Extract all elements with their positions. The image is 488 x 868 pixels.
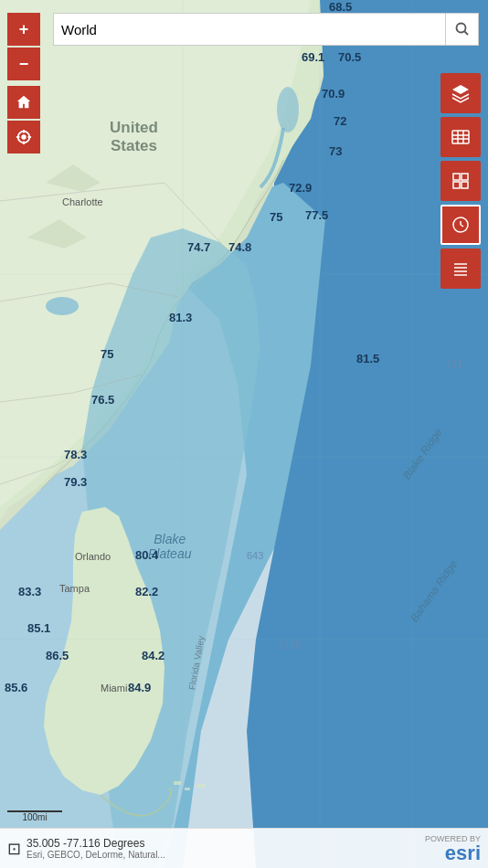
coordinates-text: 35.005 -77.116 Degrees [27,837,165,850]
svg-point-21 [456,24,465,33]
home-button[interactable] [7,86,40,119]
locate-button[interactable] [7,121,40,153]
svg-rect-29 [452,131,469,143]
right-toolbar [440,73,481,289]
scale-label: 100mi [7,812,62,822]
zoom-out-button[interactable]: − [7,48,40,80]
table-button[interactable] [440,117,481,157]
bottom-bar: ⊡ 35.005 -77.116 Degrees Esri, GEBCO, De… [0,828,488,868]
svg-rect-37 [461,182,468,188]
coordinates-info: 35.005 -77.116 Degrees Esri, GEBCO, DeLo… [27,837,165,860]
svg-point-13 [277,87,299,132]
scale-bar: 100mi [7,810,62,822]
svg-rect-11 [185,788,190,790]
clock-button[interactable] [440,205,481,245]
search-input[interactable]: World [53,13,446,46]
esri-logo: POWERED BY esri [425,834,481,863]
svg-rect-36 [453,182,460,188]
layers-button[interactable] [440,73,481,113]
attribution-text: Esri, GEBCO, DeLorme, Natural... [27,850,165,860]
esri-brand-text: esri [445,843,481,863]
coordinates-icon: ⊡ [7,839,21,859]
svg-rect-35 [461,174,468,180]
svg-line-40 [461,225,463,227]
search-bar: World [53,13,479,46]
svg-rect-34 [453,174,460,180]
svg-line-22 [464,32,468,36]
left-toolbar: + − [7,13,40,153]
grid-button[interactable] [440,161,481,201]
svg-point-24 [22,135,26,139]
svg-point-14 [46,297,79,315]
zoom-in-button[interactable]: + [7,13,40,46]
svg-rect-10 [174,781,181,785]
search-button[interactable] [446,13,479,46]
map-container[interactable]: 68.571.169.170.570.9727372.97577.574.774… [0,0,488,868]
map-background [0,0,488,868]
coordinates-section: ⊡ 35.005 -77.116 Degrees Esri, GEBCO, De… [7,837,165,860]
list-button[interactable] [440,249,481,289]
svg-rect-12 [196,784,206,788]
